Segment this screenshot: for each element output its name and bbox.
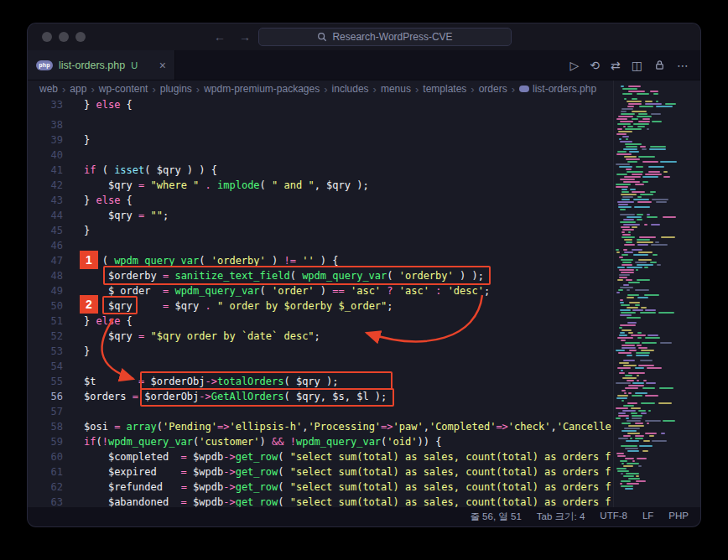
line-number: 51 bbox=[28, 314, 71, 329]
line-number: 45 bbox=[28, 223, 71, 238]
breadcrumb-item[interactable]: orders bbox=[479, 83, 507, 95]
command-center-search[interactable]: Research-WordPress-CVE bbox=[258, 28, 512, 46]
open-changes-icon[interactable]: ⇄ bbox=[611, 59, 621, 72]
code-line: 48 $orderby = sanitize_text_field( wpdm_… bbox=[28, 268, 613, 283]
breadcrumb-item[interactable]: app bbox=[70, 83, 86, 95]
line-number: 48 bbox=[28, 268, 71, 283]
code-line: 58$osi = array('Pending'=>'ellipsis-h','… bbox=[28, 419, 613, 434]
breadcrumb-item[interactable]: list-orders.php bbox=[519, 83, 596, 95]
code-line: 45} bbox=[28, 223, 613, 238]
maximize-window-button[interactable] bbox=[75, 32, 86, 42]
code-line: 51} else { bbox=[28, 314, 613, 329]
breadcrumb-separator: › bbox=[324, 83, 327, 96]
code-line: 49 $_order = wpdm_query_var( 'order' ) =… bbox=[28, 283, 613, 298]
editor-actions: ▷ ⟲ ⇄ ◫ ⋯ bbox=[570, 50, 700, 80]
code-line: 61 $expired = $wpdb->get_row( "select su… bbox=[28, 464, 613, 480]
run-button[interactable]: ▷ bbox=[570, 59, 580, 72]
code-line: 55$t = $orderObj->totalOrders( $qry ); bbox=[28, 374, 613, 389]
breadcrumb-separator: › bbox=[471, 83, 474, 96]
code-line: 50 $qry = $qry . " order by $orderby $_o… bbox=[28, 298, 613, 314]
split-editor-icon[interactable]: ◫ bbox=[632, 59, 642, 72]
status-item[interactable]: PHP bbox=[668, 511, 689, 523]
close-tab-icon[interactable]: × bbox=[159, 60, 166, 71]
breadcrumb-item[interactable]: plugins bbox=[160, 83, 192, 95]
status-items: 줄 56, 열 51Tab 크기: 4UTF-8LFPHP bbox=[470, 511, 689, 523]
line-number: 44 bbox=[28, 208, 71, 223]
code-line: 46 bbox=[28, 238, 613, 253]
minimap-line bbox=[614, 487, 687, 490]
code-line: 60 $completed = $wpdb->get_row( "select … bbox=[28, 449, 613, 464]
line-number: 33 bbox=[28, 97, 71, 112]
code-line: 47if ( wpdm_query_var( 'orderby' ) != ''… bbox=[28, 253, 613, 268]
more-actions-button[interactable]: ⋯ bbox=[677, 59, 689, 72]
editor-pane: web›app›wp-content›plugins›wpdm-premium-… bbox=[28, 80, 613, 507]
tab-file-name: list-orders.php bbox=[59, 60, 125, 71]
code-line: 43} else { bbox=[28, 193, 613, 208]
breadcrumb-item[interactable]: includes bbox=[332, 83, 369, 95]
line-number: 55 bbox=[28, 374, 71, 389]
code-line: 44 $qry = ""; bbox=[28, 208, 613, 223]
status-item[interactable]: Tab 크기: 4 bbox=[537, 511, 585, 523]
php-file-icon: php bbox=[36, 60, 53, 70]
breadcrumb-separator: › bbox=[415, 83, 419, 96]
code-line: 39} bbox=[28, 132, 613, 148]
navigate-forward-button[interactable]: → bbox=[239, 30, 251, 44]
status-item[interactable]: LF bbox=[642, 511, 653, 523]
breadcrumb-separator: › bbox=[373, 83, 377, 96]
minimap[interactable] bbox=[613, 80, 687, 507]
window-controls bbox=[42, 32, 86, 42]
breadcrumb-item[interactable]: wpdm-premium-packages bbox=[204, 83, 320, 95]
breadcrumb-item[interactable]: wp-content bbox=[99, 83, 148, 95]
line-number: 50 bbox=[28, 298, 71, 314]
breadcrumb-item[interactable]: web bbox=[39, 83, 58, 95]
line-number: 38 bbox=[28, 117, 71, 132]
lock-icon[interactable] bbox=[653, 59, 666, 71]
line-number: 39 bbox=[28, 132, 71, 148]
history-icon[interactable]: ⟲ bbox=[590, 59, 600, 72]
status-item[interactable]: 줄 56, 열 51 bbox=[470, 511, 521, 523]
navigate-back-button[interactable]: ← bbox=[214, 30, 226, 44]
code-line: 38 bbox=[28, 117, 613, 132]
scrollbar-track[interactable] bbox=[687, 80, 700, 507]
code-line: 40 bbox=[28, 148, 613, 163]
php-file-icon bbox=[519, 86, 529, 92]
breadcrumb-separator: › bbox=[91, 83, 94, 96]
code-line: 33} else { bbox=[28, 97, 613, 112]
line-number: 53 bbox=[28, 344, 71, 359]
line-number: 60 bbox=[28, 449, 71, 464]
code-line: 41if ( isset( $qry ) ) { bbox=[28, 163, 613, 178]
workspace-title: Research-WordPress-CVE bbox=[332, 31, 452, 43]
code-line: 52 $qry = "$qry order by `date` desc"; bbox=[28, 329, 613, 344]
close-window-button[interactable] bbox=[42, 32, 52, 42]
breadcrumb-item[interactable]: menus bbox=[381, 83, 411, 95]
line-number: 49 bbox=[28, 283, 71, 298]
code-line: 63 $abandoned = $wpdb->get_row( "select … bbox=[28, 495, 613, 507]
status-item[interactable]: UTF-8 bbox=[600, 511, 627, 523]
git-status-badge: U bbox=[131, 60, 138, 70]
line-number: 52 bbox=[28, 329, 71, 344]
breadcrumb-separator: › bbox=[196, 83, 200, 96]
breadcrumb-separator: › bbox=[62, 83, 65, 96]
vscode-window: ← → Research-WordPress-CVE php list-orde… bbox=[28, 23, 700, 526]
line-number: 62 bbox=[28, 480, 71, 495]
line-number: 40 bbox=[28, 148, 71, 163]
minimap-content bbox=[614, 82, 687, 490]
line-number: 61 bbox=[28, 464, 71, 480]
code-line: 53} bbox=[28, 344, 613, 359]
breadcrumb-separator: › bbox=[512, 83, 515, 96]
breadcrumb-item[interactable]: templates bbox=[423, 83, 466, 95]
line-number: 63 bbox=[28, 495, 71, 507]
line-number: 54 bbox=[28, 359, 71, 374]
line-number: 43 bbox=[28, 193, 71, 208]
search-icon bbox=[317, 32, 327, 42]
code-editor[interactable]: 33} else {3839}4041if ( isset( $qry ) ) … bbox=[28, 97, 613, 507]
line-number: 42 bbox=[28, 178, 71, 193]
line-number: 41 bbox=[28, 163, 71, 178]
line-number: 47 bbox=[28, 253, 71, 268]
tab-list-orders[interactable]: php list-orders.php U × bbox=[28, 50, 175, 80]
line-number: 59 bbox=[28, 434, 71, 449]
code-line: 59if(!wpdm_query_var('customer') && !wpd… bbox=[28, 434, 613, 449]
minimize-window-button[interactable] bbox=[59, 32, 69, 42]
line-number: 56 bbox=[28, 389, 71, 404]
line-number: 58 bbox=[28, 419, 71, 434]
